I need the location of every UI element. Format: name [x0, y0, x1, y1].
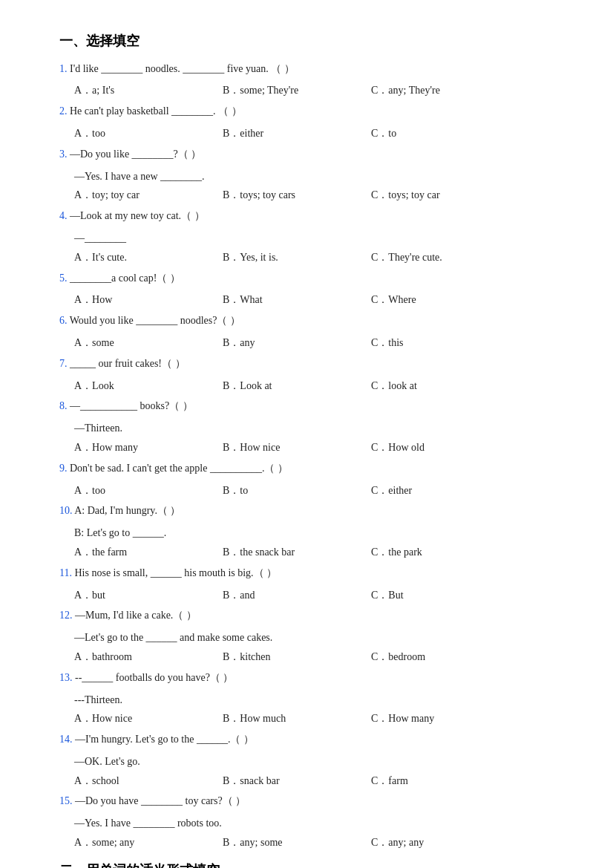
q10-follow: B: Let's go to ______. [74, 524, 568, 542]
q1-text: I'd like ________ noodles. ________ five… [70, 63, 295, 74]
q1-optB: B．some; They're [223, 82, 371, 99]
q5-text: ________a cool cap!（ ） [70, 273, 180, 284]
q15-optC: C．any; any [371, 834, 490, 852]
q5-num: 5. [59, 273, 68, 284]
q10-num: 10. [59, 505, 73, 516]
q11-optB: B．and [223, 587, 371, 604]
section2-title: 二、用单词的适当形式填空 [59, 859, 568, 868]
q4-text: —Look at my new toy cat.（ ） [70, 210, 205, 221]
q2-optC: C．to [371, 125, 490, 143]
q13-num: 13. [59, 672, 73, 683]
q10-optC: C．the park [371, 544, 490, 561]
question-10: 10. A: Dad, I'm hungry.（ ） [59, 502, 568, 520]
q14-follow: —OK. Let's go. [74, 753, 568, 771]
q6-optC: C．this [371, 334, 490, 352]
q13-optA: A．How nice [74, 710, 223, 728]
q6-text: Would you like ________ noodles?（ ） [70, 315, 240, 326]
q8-optA: A．How many [74, 439, 223, 457]
q3-follow: —Yes. I have a new ________. [74, 168, 568, 186]
q7-optB: B．Look at [223, 377, 371, 395]
q8-num: 8. [59, 400, 68, 411]
q15-follow: —Yes. I have ________ robots too. [74, 815, 568, 832]
q3-text: —Do you like ________?（ ） [70, 149, 201, 160]
q15-num: 15. [59, 795, 73, 806]
question-11: 11. His nose is small, ______ his mouth … [59, 564, 568, 582]
question-3: 3. —Do you like ________?（ ） [59, 146, 568, 163]
question-12: 12. —Mum, I'd like a cake.（ ） [59, 607, 568, 624]
q1-options: A．a; It's B．some; They're C．any; They're [74, 82, 568, 99]
q6-options: A．some B．any C．this [74, 334, 568, 352]
q12-num: 12. [59, 610, 73, 621]
q9-optC: C．either [371, 482, 490, 500]
q10-options: A．the farm B．the snack bar C．the park [74, 544, 568, 561]
q9-optA: A．too [74, 482, 223, 500]
q11-num: 11. [59, 567, 72, 578]
q14-text: —I'm hungry. Let's go to the ______.（ ） [75, 734, 254, 745]
q9-text: Don't be sad. I can't get the apple ____… [70, 463, 288, 474]
q1-optC: C．any; They're [371, 82, 490, 99]
q12-optA: A．bathroom [74, 648, 223, 666]
q13-optC: C．How many [371, 710, 490, 728]
q5-options: A．How B．What C．Where [74, 291, 568, 309]
q15-options: A．some; any B．any; some C．any; any [74, 834, 568, 852]
q4-follow: —________ [74, 229, 568, 247]
q4-options: A．It's cute. B．Yes, it is. C．They're cut… [74, 249, 568, 267]
q12-optB: B．kitchen [223, 648, 371, 666]
question-6: 6. Would you like ________ noodles?（ ） [59, 312, 568, 330]
q8-options: A．How many B．How nice C．How old [74, 439, 568, 457]
q7-num: 7. [59, 358, 68, 369]
q13-follow: ---Thirteen. [74, 691, 568, 709]
q14-optA: A．school [74, 772, 223, 790]
question-15: 15. —Do you have ________ toy cars?（ ） [59, 792, 568, 810]
q6-optA: A．some [74, 334, 223, 352]
q9-num: 9. [59, 463, 68, 474]
question-2: 2. He can't play basketball ________. （ … [59, 102, 568, 120]
q14-num: 14. [59, 734, 73, 745]
q12-follow: —Let's go to the ______ and make some ca… [74, 629, 568, 647]
q11-text: His nose is small, ______ his mouth is b… [74, 567, 277, 578]
q9-options: A．too B．to C．either [74, 482, 568, 500]
q15-optA: A．some; any [74, 834, 223, 852]
q5-optA: A．How [74, 291, 223, 309]
q15-text: —Do you have ________ toy cars?（ ） [75, 795, 246, 806]
q13-optB: B．How much [223, 710, 371, 728]
q13-text: --______ footballs do you have?（ ） [75, 672, 233, 683]
q2-options: A．too B．either C．to [74, 125, 568, 143]
question-7: 7. _____ our fruit cakes!（ ） [59, 355, 568, 373]
q10-optB: B．the snack bar [223, 544, 371, 561]
q2-text: He can't play basketball ________. （ ） [70, 105, 242, 117]
q12-options: A．bathroom B．kitchen C．bedroom [74, 648, 568, 666]
question-14: 14. —I'm hungry. Let's go to the ______.… [59, 731, 568, 748]
q12-optC: C．bedroom [371, 648, 490, 666]
q12-text: —Mum, I'd like a cake.（ ） [75, 610, 197, 621]
q7-options: A．Look B．Look at C．look at [74, 377, 568, 395]
q8-optC: C．How old [371, 439, 490, 457]
q11-optC: C．But [371, 587, 490, 604]
q9-optB: B．to [223, 482, 371, 500]
q7-optC: C．look at [371, 377, 490, 395]
q7-text: _____ our fruit cakes!（ ） [70, 358, 186, 369]
question-4: 4. —Look at my new toy cat.（ ） [59, 207, 568, 225]
q11-optA: A．but [74, 587, 223, 604]
question-9: 9. Don't be sad. I can't get the apple _… [59, 460, 568, 477]
q11-options: A．but B．and C．But [74, 587, 568, 604]
question-13: 13. --______ footballs do you have?（ ） [59, 669, 568, 687]
question-5: 5. ________a cool cap!（ ） [59, 270, 568, 287]
q4-num: 4. [59, 210, 68, 221]
q7-optA: A．Look [74, 377, 223, 395]
q3-options: A．toy; toy car B．toys; toy cars C．toys; … [74, 186, 568, 204]
q3-num: 3. [59, 149, 68, 160]
q1-optA: A．a; It's [74, 82, 223, 99]
section1-title: 一、选择填空 [59, 30, 568, 53]
q3-optC: C．toys; toy car [371, 186, 490, 204]
q6-optB: B．any [223, 334, 371, 352]
q1-num: 1. [59, 63, 68, 74]
q3-optB: B．toys; toy cars [223, 186, 371, 204]
q8-follow: —Thirteen. [74, 420, 568, 437]
q10-optA: A．the farm [74, 544, 223, 561]
q5-optC: C．Where [371, 291, 490, 309]
q14-options: A．school B．snack bar C．farm [74, 772, 568, 790]
q4-optB: B．Yes, it is. [223, 249, 371, 267]
q3-optA: A．toy; toy car [74, 186, 223, 204]
q2-num: 2. [59, 105, 68, 117]
